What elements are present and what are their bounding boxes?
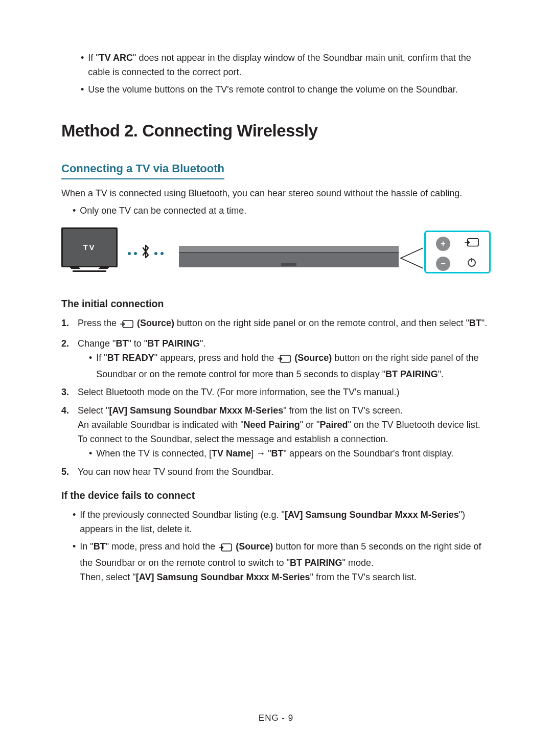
- top-bullet-list: • If "TV ARC" does not appear in the dis…: [81, 51, 491, 97]
- list-item: • If "TV ARC" does not appear in the dis…: [81, 51, 491, 80]
- text: " or ": [300, 420, 320, 430]
- bold-text: (Source): [292, 353, 332, 363]
- bullet-icon: •: [81, 83, 84, 97]
- bluetooth-signal: [128, 243, 164, 265]
- step-number: 1.: [61, 316, 73, 333]
- soundbar-controls-callout: + −: [424, 231, 491, 273]
- bold-text: BT PAIRING: [290, 558, 342, 568]
- text: " does not appear in the display window …: [88, 53, 471, 77]
- text: In ": [80, 541, 93, 552]
- steps-list: 1. Press the (Source) button on the righ…: [61, 316, 491, 479]
- step-number: 4.: [61, 404, 73, 461]
- paragraph-heading: The initial connection: [61, 296, 491, 311]
- bold-text: BT: [271, 448, 284, 459]
- soundbar-illustration: [179, 246, 399, 252]
- step-item: 3. Select Bluetooth mode on the TV. (For…: [61, 385, 491, 400]
- volume-up-button: +: [436, 237, 450, 251]
- step-body: Press the (Source) button on the right s…: [78, 316, 491, 333]
- bullet-icon: •: [89, 351, 92, 382]
- step-item: 5. You can now hear TV sound from the So…: [61, 465, 491, 479]
- list-item: • Use the volume buttons on the TV's rem…: [81, 83, 491, 97]
- bold-text: BT: [469, 318, 481, 328]
- bullet-text: If "TV ARC" does not appear in the displ…: [88, 51, 491, 80]
- step-number: 5.: [61, 465, 73, 479]
- tv-label: TV: [83, 241, 96, 253]
- soundbar-illustration: [179, 252, 399, 267]
- fails-bullet-list: • If the previously connected Soundbar l…: [73, 508, 491, 584]
- text: An available Soundbar is indicated with …: [78, 420, 244, 430]
- bold-text: BT PAIRING: [385, 369, 438, 379]
- text: " to ": [128, 338, 147, 349]
- list-item: • In "BT" mode, press and hold the (Sour…: [73, 540, 491, 585]
- step-item: 1. Press the (Source) button on the righ…: [61, 316, 491, 333]
- text: Then, select ": [80, 572, 135, 582]
- source-icon: [278, 353, 291, 368]
- bullet-icon: •: [89, 447, 92, 461]
- step-body: Change "BT" to "BT PAIRING". • If "BT RE…: [78, 337, 491, 382]
- bullet-icon: •: [81, 51, 84, 80]
- list-item: • If the previously connected Soundbar l…: [73, 508, 491, 537]
- bold-text: (Source): [134, 318, 174, 328]
- bold-text: Need Pairing: [244, 420, 300, 430]
- text: " from the list on TV's screen.: [283, 405, 403, 416]
- text: If ": [88, 53, 99, 63]
- text: ".: [438, 369, 444, 379]
- tv-illustration: TV: [61, 227, 118, 267]
- bold-text: BT: [116, 338, 128, 349]
- text: Change ": [78, 338, 116, 349]
- step-item: 4. Select "[AV] Samsung Soundbar Mxxx M-…: [61, 404, 491, 461]
- signal-dot-icon: [154, 252, 157, 255]
- paragraph-heading: If the device fails to connect: [61, 488, 491, 503]
- callout-arrow-icon: [400, 247, 424, 269]
- source-icon: [120, 318, 133, 333]
- text: Press the: [78, 318, 119, 328]
- bold-text: TV ARC: [99, 53, 133, 63]
- intro-text: When a TV is connected using Bluetooth, …: [61, 187, 491, 201]
- volume-down-button: −: [436, 257, 450, 271]
- signal-dot-icon: [160, 252, 164, 255]
- bullet-text: Only one TV can be connected at a time.: [80, 204, 246, 218]
- text: " mode, press and hold the: [106, 541, 218, 552]
- sub-list-item: • When the TV is connected, [TV Name] → …: [89, 447, 491, 461]
- text: " from the TV's search list.: [310, 572, 417, 582]
- text: If the previously connected Soundbar lis…: [80, 510, 285, 520]
- text: If ": [96, 353, 107, 363]
- step-body: Select "[AV] Samsung Soundbar Mxxx M-Ser…: [78, 404, 491, 461]
- connection-diagram: TV + −: [61, 227, 491, 279]
- bold-text: [AV] Samsung Soundbar Mxxx M-Series: [136, 572, 310, 582]
- source-icon: [219, 542, 232, 556]
- bold-text: Paired: [319, 420, 348, 430]
- text: ".: [481, 318, 487, 328]
- text: " mode.: [342, 558, 374, 568]
- bold-text: BT PAIRING: [147, 338, 200, 349]
- bold-text: BT: [94, 541, 106, 552]
- bold-text: [AV] Samsung Soundbar Mxxx M-Series: [109, 405, 283, 416]
- subsection-heading: Connecting a TV via Bluetooth: [61, 160, 224, 179]
- step-number: 2.: [61, 337, 73, 382]
- text: Select ": [78, 405, 109, 416]
- bullet-icon: •: [73, 540, 76, 585]
- minus-icon: −: [441, 258, 445, 270]
- bullet-icon: •: [73, 204, 76, 218]
- step-number: 3.: [61, 385, 73, 400]
- signal-dot-icon: [128, 252, 131, 255]
- text: When the TV is connected, [: [96, 448, 212, 459]
- text: " appears on the Soundbar's front displa…: [284, 448, 454, 459]
- tv-stand: [73, 269, 106, 272]
- bold-text: (Source): [233, 541, 273, 552]
- step-body: Select Bluetooth mode on the TV. (For mo…: [78, 385, 491, 400]
- signal-dot-icon: [134, 252, 137, 255]
- text: ".: [200, 338, 205, 349]
- bullet-text: In "BT" mode, press and hold the (Source…: [80, 540, 491, 585]
- plus-icon: +: [441, 238, 445, 250]
- text: button on the right side panel or on the…: [174, 318, 469, 328]
- power-icon: [467, 256, 477, 272]
- step-body: You can now hear TV sound from the Sound…: [78, 465, 491, 479]
- step-item: 2. Change "BT" to "BT PAIRING". • If "BT…: [61, 337, 491, 382]
- bullet-text: When the TV is connected, [TV Name] → "B…: [96, 447, 453, 461]
- list-item: • Only one TV can be connected at a time…: [73, 204, 491, 218]
- source-icon: [465, 236, 479, 252]
- bullet-text: Use the volume buttons on the TV's remot…: [88, 83, 458, 97]
- page-footer: ENG - 9: [0, 712, 552, 725]
- bullet-text: If "BT READY" appears, press and hold th…: [96, 351, 491, 382]
